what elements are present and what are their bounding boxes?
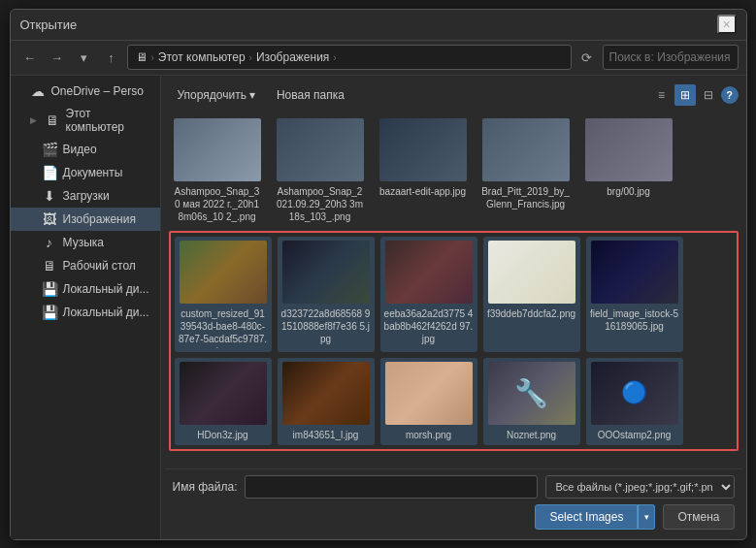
- list-item[interactable]: f39ddeb7ddcfa2.png: [483, 237, 580, 352]
- desktop-icon: 🖥: [42, 258, 57, 274]
- file-name: custom_resized_9139543d-bae8-480c-87e7-5…: [179, 307, 268, 348]
- selected-files-area: custom_resized_9139543d-bae8-480c-87e7-5…: [169, 231, 739, 451]
- dialog-window: Открытие × ← → ▾ ↑ 🖥 › Этот компьютер › …: [10, 9, 747, 540]
- sidebar-item-documents[interactable]: 📄 Документы: [11, 161, 160, 184]
- cancel-button[interactable]: Отмена: [663, 504, 734, 530]
- list-item[interactable]: Brad_Pitt_2019_by_Glenn_Francis.jpg: [477, 114, 575, 227]
- sidebar-label-localdisk1: Локальный ди...: [63, 282, 149, 296]
- downloads-icon: ⬇: [42, 188, 57, 204]
- file-thumbnail: [385, 362, 473, 425]
- disk2-icon: 💾: [42, 305, 57, 320]
- list-item[interactable]: 🔧 Noznet.png: [483, 358, 580, 445]
- help-button[interactable]: ?: [721, 86, 739, 104]
- music-icon: ♪: [42, 235, 57, 250]
- organize-arrow: ▾: [249, 88, 255, 102]
- new-folder-button[interactable]: Новая папка: [268, 85, 353, 105]
- view-large-btn[interactable]: ⊟: [698, 84, 719, 106]
- file-name: im843651_l.jpg: [293, 429, 359, 441]
- filename-label: Имя файла:: [173, 480, 238, 494]
- computer-icon: 🖥: [45, 113, 60, 128]
- forward-button[interactable]: →: [46, 46, 69, 69]
- content-area: ☁ OneDrive – Perso ▶ 🖥 Этот компьютер 🎬 …: [11, 76, 746, 539]
- filename-row: Имя файла: Все файлы (*.jpeg;*.jpg;*.gif…: [173, 475, 735, 499]
- sidebar-label-computer: Этот компьютер: [66, 107, 152, 134]
- file-name: d323722a8d68568 91510888ef8f7e36 5.jpg: [281, 307, 371, 345]
- select-images-button[interactable]: Select Images: [535, 504, 638, 530]
- main-area: Упорядочить ▾ Новая папка ≡ ⊞ ⊟ ?: [161, 76, 746, 539]
- file-thumbnail: [585, 118, 673, 181]
- back-button[interactable]: ←: [18, 46, 42, 69]
- list-item[interactable]: HDon3z.jpg: [175, 358, 272, 445]
- list-item[interactable]: field_image_istock-516189065.jpg: [586, 237, 683, 352]
- view-grid-btn[interactable]: ⊞: [674, 84, 696, 106]
- documents-icon: 📄: [42, 165, 57, 180]
- file-name: bazaart-edit-app.jpg: [379, 185, 466, 198]
- refresh-button[interactable]: ⟳: [575, 46, 599, 69]
- file-name: brg/00.jpg: [607, 185, 649, 198]
- sidebar-label-documents: Документы: [63, 166, 123, 179]
- filetype-select[interactable]: Все файлы (*.jpeg;*.jpg;*.gif;*.png): [545, 475, 735, 499]
- dropdown-button[interactable]: ▾: [73, 46, 96, 69]
- sidebar-item-localdisk1[interactable]: 💾 Локальный ди...: [11, 277, 160, 301]
- sidebar-label-images: Изображения: [63, 212, 136, 226]
- list-item[interactable]: Ashampoo_Snap_30 мая 2022 г._20h18m06s_1…: [169, 114, 266, 227]
- list-item[interactable]: custom_resized_9139543d-bae8-480c-87e7-5…: [175, 237, 272, 352]
- file-name: Noznet.png: [507, 429, 556, 441]
- sidebar-item-music[interactable]: ♪ Музыка: [11, 231, 160, 254]
- breadcrumb[interactable]: 🖥 › Этот компьютер › Изображения ›: [127, 45, 572, 70]
- bottom-bar: Имя файла: Все файлы (*.jpeg;*.jpg;*.gif…: [165, 468, 742, 535]
- file-name: Ashampoo_Snap_30 мая 2022 г._20h18m06s_1…: [173, 185, 262, 223]
- cloud-icon: ☁: [30, 83, 46, 99]
- search-input[interactable]: [609, 50, 755, 64]
- sidebar-item-downloads[interactable]: ⬇ Загрузки: [11, 184, 160, 208]
- list-item[interactable]: d323722a8d68568 91510888ef8f7e36 5.jpg: [278, 237, 375, 352]
- top-files-row: Ashampoo_Snap_30 мая 2022 г._20h18m06s_1…: [165, 111, 742, 231]
- file-thumbnail: [180, 241, 267, 304]
- sidebar-item-localdisk2[interactable]: 💾 Локальный ди...: [11, 301, 160, 324]
- sidebar-item-desktop[interactable]: 🖥 Рабочий стол: [11, 254, 160, 277]
- sidebar-item-video[interactable]: 🎬 Видео: [11, 138, 160, 161]
- file-name: morsh.png: [406, 429, 451, 441]
- file-thumbnail: [591, 241, 678, 304]
- organize-button[interactable]: Упорядочить ▾: [169, 85, 264, 105]
- list-item[interactable]: brg/00.jpg: [580, 114, 677, 227]
- sidebar-label-desktop: Рабочий стол: [63, 259, 136, 273]
- sidebar-item-computer[interactable]: ▶ 🖥 Этот компьютер: [11, 103, 160, 138]
- action-bar: Упорядочить ▾ Новая папка ≡ ⊞ ⊟ ?: [165, 80, 742, 111]
- sidebar-label-downloads: Загрузки: [63, 189, 110, 203]
- list-item[interactable]: morsh.png: [380, 358, 477, 445]
- list-item[interactable]: eeba36a2a2d3775 4bab8b462f4262d 97.jpg: [380, 237, 477, 352]
- file-thumbnail: [277, 118, 364, 181]
- expand-arrow: ▶: [30, 115, 37, 125]
- nav-toolbar: ← → ▾ ↑ 🖥 › Этот компьютер › Изображения…: [11, 41, 746, 76]
- select-dropdown-button[interactable]: ▾: [638, 504, 655, 530]
- file-name: eeba36a2a2d3775 4bab8b462f4262d 97.jpg: [384, 307, 474, 345]
- file-thumbnail: [488, 241, 575, 304]
- file-name: OOOstamp2.png: [598, 429, 672, 441]
- list-item[interactable]: 🔵 OOOstamp2.png: [586, 358, 683, 445]
- new-folder-label: Новая папка: [277, 88, 345, 102]
- breadcrumb-icon: 🖥: [136, 50, 148, 64]
- organize-label: Упорядочить: [178, 88, 247, 102]
- filename-input[interactable]: [245, 475, 537, 499]
- list-item[interactable]: bazaart-edit-app.jpg: [375, 114, 472, 227]
- sidebar-label-onedrive: OneDrive – Perso: [51, 84, 144, 98]
- breadcrumb-images: Изображения: [256, 50, 329, 64]
- file-thumbnail: 🔵: [591, 362, 678, 425]
- images-icon: 🖼: [42, 211, 57, 227]
- video-icon: 🎬: [42, 142, 57, 157]
- file-area: Ashampoo_Snap_30 мая 2022 г._20h18m06s_1…: [165, 111, 742, 468]
- up-button[interactable]: ↑: [100, 46, 123, 69]
- file-thumbnail: 🔧: [488, 362, 575, 425]
- close-button[interactable]: ×: [717, 15, 737, 34]
- file-thumbnail: [180, 362, 267, 425]
- view-list-btn[interactable]: ≡: [651, 84, 673, 106]
- buttons-row: Select Images ▾ Отмена: [173, 504, 735, 530]
- list-item[interactable]: im843651_l.jpg: [278, 358, 375, 445]
- sidebar-item-onedrive[interactable]: ☁ OneDrive – Perso: [11, 80, 160, 103]
- sidebar-item-images[interactable]: 🖼 Изображения: [11, 208, 160, 231]
- list-item[interactable]: Ashampoo_Snap_2021.09.29_20h3 3m18s_103_…: [272, 114, 369, 227]
- file-name: Ashampoo_Snap_2021.09.29_20h3 3m18s_103_…: [276, 185, 365, 223]
- sidebar: ☁ OneDrive – Perso ▶ 🖥 Этот компьютер 🎬 …: [11, 76, 161, 539]
- action-bar-right: ≡ ⊞ ⊟ ?: [651, 84, 739, 106]
